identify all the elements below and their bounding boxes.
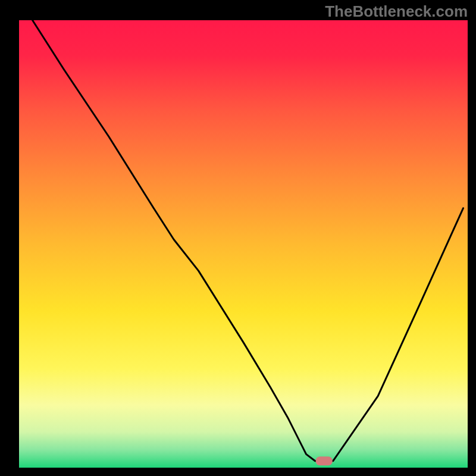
plot-gradient [19,20,468,468]
optimal-marker [316,456,333,465]
watermark-text: TheBottleneck.com [325,2,468,21]
bottleneck-chart [0,0,476,476]
chart-container: TheBottleneck.com [0,0,476,476]
